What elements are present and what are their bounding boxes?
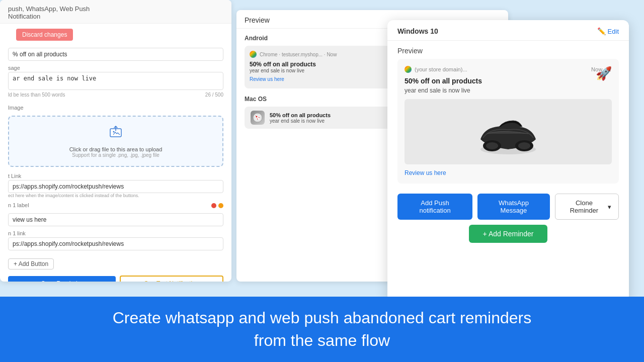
char-count: 26 / 500 xyxy=(205,92,223,98)
macos-safari-icon xyxy=(251,111,265,125)
discard-button[interactable]: Discard changes xyxy=(16,29,73,41)
edit-button1-icon[interactable] xyxy=(218,203,223,208)
notification-label: Notification xyxy=(8,13,40,20)
save-reminder-button[interactable]: Save Reminder xyxy=(8,276,116,282)
windows-domain: (your store domain)... xyxy=(415,66,588,72)
char-hint: ld be less than 500 words xyxy=(8,92,65,98)
upload-text: Click or drag file to this area to uploa… xyxy=(17,146,214,152)
message-textarea[interactable]: ar end sale is now live xyxy=(8,72,223,90)
windows-product-image xyxy=(405,99,612,164)
upload-subtext: Support for a single .png, .jpg, .jpeg f… xyxy=(17,152,214,158)
whatsapp-message-button[interactable]: WhatsApp Message xyxy=(477,194,550,220)
button1-label-input[interactable] xyxy=(8,213,223,226)
clone-button-label: Clone Reminder xyxy=(562,199,606,214)
svg-point-16 xyxy=(518,142,530,149)
windows-preview-label: Preview xyxy=(387,41,629,59)
windows-notification-card: (your store domain)... Now ▲ 50% off on … xyxy=(397,59,619,184)
panel-header: push, WhatsApp, Web Push Notification xyxy=(0,0,231,24)
upload-area[interactable]: Click or drag file to this area to uploa… xyxy=(8,116,223,167)
title-input[interactable] xyxy=(8,48,223,61)
windows-review-link[interactable]: Review us here xyxy=(405,169,612,176)
banner-text: Create whatsapp and web push abandoned c… xyxy=(96,307,548,352)
windows-notification-source: (your store domain)... Now ▲ xyxy=(405,66,612,73)
header-text: push, WhatsApp, Web Push xyxy=(8,5,90,13)
android-source: Chrome · testuser.myshop... · Now xyxy=(260,52,337,57)
add-reminder-row: + Add Reminder xyxy=(387,225,629,253)
svg-point-15 xyxy=(486,142,498,149)
windows-notif-title: 50% off on all products xyxy=(405,77,612,85)
bottom-banner: Create whatsapp and web push abandoned c… xyxy=(0,297,644,362)
button1-label-label: n 1 label xyxy=(8,202,29,208)
clone-chevron-icon: ▾ xyxy=(608,203,611,211)
add-button-link[interactable]: + Add Button xyxy=(8,258,54,269)
chrome-icon xyxy=(250,51,257,58)
button1-link-label: n 1 link xyxy=(8,230,223,236)
redirect-hint: ect here when the image/content is click… xyxy=(8,193,223,198)
remove-button1-icon[interactable] xyxy=(211,203,216,208)
action-buttons-row: Add Push notification WhatsApp Message C… xyxy=(387,184,629,225)
left-form-panel: push, WhatsApp, Web Push Notification Di… xyxy=(0,0,231,282)
test-notification-button[interactable]: See Test Notification xyxy=(120,276,223,282)
button1-link-input[interactable] xyxy=(8,237,223,250)
edit-pencil-icon: ✏️ xyxy=(597,27,606,35)
windows-panel-header: Windows 10 ✏️ Edit xyxy=(387,20,629,41)
windows-rocket-icon: 🚀 xyxy=(596,66,612,81)
edit-button[interactable]: ✏️ Edit xyxy=(597,27,619,35)
svg-point-1 xyxy=(113,131,115,133)
add-push-notification-button[interactable]: Add Push notification xyxy=(397,194,472,220)
upload-icon xyxy=(17,125,214,143)
windows-panel-title: Windows 10 xyxy=(397,27,438,35)
windows-chrome-icon xyxy=(405,66,412,73)
image-label: Image xyxy=(0,104,231,112)
windows-notif-msg: year end sale is now live xyxy=(405,87,612,94)
add-reminder-button[interactable]: + Add Reminder xyxy=(469,225,548,243)
message-label: sage xyxy=(8,65,223,71)
clone-reminder-button[interactable]: Clone Reminder ▾ xyxy=(555,194,619,220)
edit-label: Edit xyxy=(608,28,619,35)
windows-panel: Windows 10 ✏️ Edit Preview (your store d… xyxy=(387,20,629,297)
target-link-label: t Link xyxy=(8,173,223,179)
target-link-input[interactable] xyxy=(8,180,223,193)
